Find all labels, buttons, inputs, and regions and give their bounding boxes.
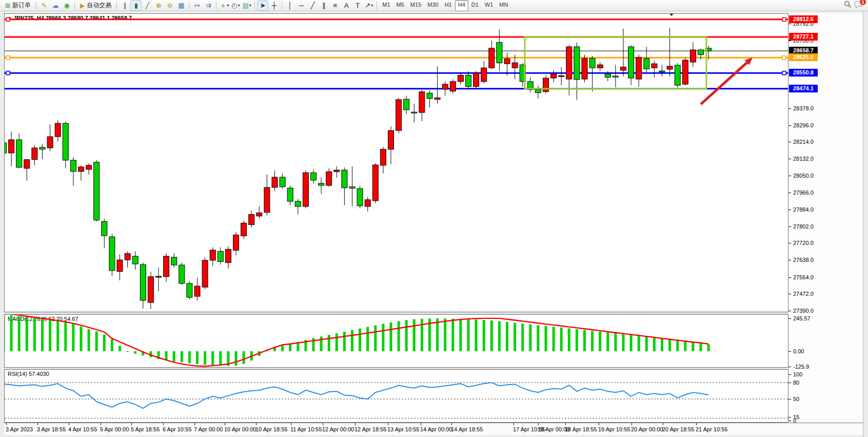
- tick-mark: [788, 243, 791, 243]
- rsi-tick: 100: [793, 371, 802, 377]
- time-tick: [388, 423, 388, 425]
- candlestick-icon[interactable]: ▮: [130, 1, 142, 11]
- price-axis[interactable]: 28792.028708.028378.028296.028214.028132…: [788, 13, 863, 423]
- tick-mark: [788, 41, 791, 41]
- rsi-panel[interactable]: RSI(14) 57.4030: [4, 369, 788, 423]
- time-tick: [632, 423, 632, 425]
- arrows-dropdown[interactable]: ↗▾: [363, 1, 374, 11]
- shift-chart-icon[interactable]: ↦: [191, 1, 203, 11]
- label-icon[interactable]: T: [352, 1, 363, 11]
- new-order-button[interactable]: ⊞ 新订单: [2, 0, 34, 11]
- toolbar-separator: [216, 2, 216, 10]
- channel-icon[interactable]: ∥: [318, 1, 329, 11]
- horizontal-line-icon[interactable]: ─: [295, 1, 307, 11]
- search-icon[interactable]: [844, 1, 852, 10]
- auto-trading-button[interactable]: ▶ 自动交易: [77, 0, 114, 11]
- timeframe-mn[interactable]: MN: [496, 0, 511, 11]
- rsi-tick: 50: [793, 396, 799, 402]
- time-tick: [69, 423, 69, 425]
- text-icon[interactable]: A: [341, 1, 352, 11]
- tick-mark: [788, 277, 791, 278]
- tick-mark: [788, 318, 791, 319]
- rsi-chart: [5, 370, 788, 422]
- price-tick: 27966.0: [793, 189, 814, 196]
- time-label: 21 Apr 10:55: [696, 426, 727, 432]
- zoom-out-icon[interactable]: ⊖: [164, 1, 175, 11]
- timeframe-h1[interactable]: H1: [442, 0, 455, 11]
- time-label: 3 Apr 2023: [6, 426, 33, 432]
- line-chart-icon[interactable]: ╱: [142, 1, 153, 11]
- price-tick: 28050.0: [793, 173, 814, 179]
- time-label: 6 Apr 10:55: [163, 426, 191, 432]
- vertical-line-icon[interactable]: │: [284, 1, 295, 11]
- price-tick: 27884.0: [793, 206, 814, 213]
- time-tick: [163, 423, 164, 425]
- chevron-down-icon: ▾: [238, 3, 240, 8]
- notification-badge: 1: [859, 0, 866, 6]
- new-order-icon: ⊞: [5, 2, 10, 9]
- rsi-tick: 80: [793, 379, 799, 386]
- toolbar-separator: [36, 2, 36, 10]
- price-tick: 27720.0: [793, 240, 814, 246]
- time-axis[interactable]: 3 Apr 20233 Apr 18:554 Apr 10:555 Apr 00…: [4, 423, 863, 435]
- time-tick: [421, 423, 421, 425]
- chat-icon[interactable]: 1: [855, 1, 863, 10]
- zoom-in-icon[interactable]: ⊕: [153, 1, 164, 11]
- price-badge: 28812.6: [789, 15, 818, 23]
- auto-scroll-icon[interactable]: ⇉: [203, 1, 214, 11]
- time-tick: [663, 423, 663, 425]
- tile-windows-icon[interactable]: ▦: [175, 1, 187, 11]
- community-icon[interactable]: ☁: [50, 1, 61, 11]
- time-tick: [451, 423, 452, 425]
- templates-dropdown[interactable]: ▤▾: [241, 1, 252, 11]
- time-label: 4 Apr 10:55: [68, 426, 97, 432]
- time-tick: [37, 423, 38, 425]
- chevron-down-icon: ▾: [227, 3, 229, 8]
- tick-mark: [788, 260, 791, 260]
- time-label: 20 Apr 00:00: [631, 426, 663, 432]
- trendline-icon[interactable]: ╱: [307, 1, 318, 11]
- timeframe-m5[interactable]: M5: [393, 0, 407, 11]
- time-tick: [696, 423, 697, 425]
- macd-panel[interactable]: MACD(12,26,9) 52.20 54.67: [4, 314, 788, 368]
- price-badge: 28625.6: [789, 53, 818, 61]
- macd-tick: 245.57: [793, 315, 811, 321]
- price-tick: 27802.0: [793, 223, 814, 230]
- timeframe-m1[interactable]: M1: [379, 0, 393, 11]
- price-tick: 27472.0: [793, 291, 814, 297]
- time-label: 14 Apr 18:55: [451, 426, 483, 432]
- timeframe-d1[interactable]: D1: [468, 0, 482, 11]
- time-label: 12 Apr 18:55: [354, 426, 386, 432]
- profiles-icon[interactable]: ✎: [38, 1, 50, 11]
- toolbar-separator: [189, 2, 189, 10]
- price-tick: 27390.0: [793, 308, 814, 314]
- signals-icon[interactable]: ◉: [61, 1, 72, 11]
- crosshair-icon[interactable]: ┼: [268, 1, 280, 11]
- timeframe-m15[interactable]: M15: [407, 0, 424, 11]
- tick-mark: [788, 417, 791, 417]
- timeframe-h4[interactable]: H4: [455, 0, 468, 11]
- new-order-label: 新订单: [12, 1, 31, 10]
- time-label: 5 Apr 00:00: [100, 426, 129, 432]
- mt4-window: ⊞ 新订单 ✎ ☁ ◉ ▶ 自动交易 ∥ ▮ ╱ ⊕ ⊖ ▦ ↦ ⇉ ＋▾ ◴▾…: [0, 0, 868, 437]
- time-label: 7 Apr 00:00: [194, 426, 223, 432]
- time-label: 5 Apr 18:55: [131, 426, 160, 432]
- fibonacci-icon[interactable]: ≡: [329, 1, 341, 11]
- price-chart-panel[interactable]: ▼ JPN225 ,H4 28666.3 28680.7 28641.1 286…: [4, 13, 788, 312]
- time-label: 19 Apr 10:55: [598, 426, 630, 432]
- time-label: 13 Apr 10:55: [387, 426, 419, 432]
- periods-dropdown[interactable]: ◴▾: [230, 1, 241, 11]
- tick-mark: [788, 294, 791, 294]
- tick-mark: [788, 226, 791, 227]
- time-label: 20 Apr 18:55: [662, 426, 694, 432]
- bar-chart-icon[interactable]: ∥: [119, 1, 130, 11]
- timeframe-m30[interactable]: M30: [424, 0, 441, 11]
- time-label: 18 Apr 18:55: [565, 426, 597, 432]
- candlestick-chart: [5, 14, 788, 312]
- tick-mark: [788, 159, 791, 159]
- price-tick: 28296.0: [793, 122, 814, 128]
- timeframe-w1[interactable]: W1: [482, 0, 497, 11]
- indicators-dropdown[interactable]: ＋▾: [219, 1, 230, 11]
- time-tick: [538, 423, 539, 425]
- cursor-icon[interactable]: ➤: [257, 1, 268, 11]
